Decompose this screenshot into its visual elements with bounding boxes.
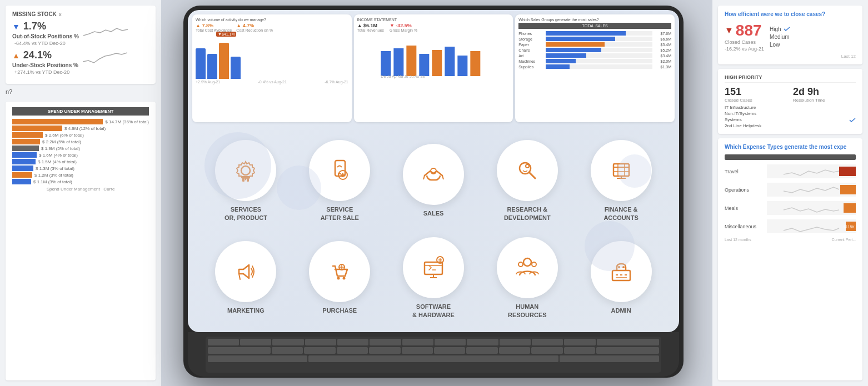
spend-bar-fill bbox=[12, 152, 37, 158]
purchase-circle bbox=[309, 241, 370, 302]
key bbox=[532, 339, 563, 345]
menu-item-software[interactable]: SOFTWARE& HARDWARE bbox=[392, 235, 475, 321]
check-icon-high bbox=[784, 27, 790, 31]
close-icon[interactable]: x bbox=[59, 12, 62, 17]
under-stock-sub: +274.1% vs YTD Dec-20 bbox=[14, 69, 149, 75]
total-revenues-value: ▲ $6.1M bbox=[357, 23, 384, 28]
key bbox=[560, 355, 660, 362]
chart-sales-title: Which Sales Groups generate the most sal… bbox=[518, 18, 671, 22]
efficiency-card: How efficient were we to close cases? ▼ … bbox=[718, 6, 862, 64]
keyboard-keys bbox=[206, 337, 662, 373]
expense-footer-left: Last 12 months bbox=[725, 238, 751, 242]
meals-bar bbox=[844, 203, 856, 213]
hr-label: HUMANRESOURCES bbox=[508, 303, 547, 319]
key bbox=[240, 339, 271, 345]
key bbox=[402, 347, 433, 354]
misc-label: Miscellaneous bbox=[725, 224, 764, 229]
key bbox=[369, 347, 400, 354]
hr-icon bbox=[513, 253, 542, 282]
spend-bar-row: $ 1.5M (4% of total) bbox=[12, 159, 149, 164]
deco-circle-3 bbox=[618, 154, 651, 188]
missing-stock-label: MISSING STOCK bbox=[12, 11, 57, 17]
key bbox=[272, 347, 303, 354]
spend-bar-fill bbox=[12, 159, 36, 164]
sales-row-supplies: Supplies $1.3M bbox=[518, 64, 671, 69]
priority-high: High bbox=[770, 26, 790, 32]
marketing-label: MARKETING bbox=[227, 307, 265, 314]
out-of-stock-value: 1.7% bbox=[23, 21, 46, 32]
key bbox=[466, 347, 497, 354]
services-label: SERVICESOR, PRODUCT bbox=[225, 205, 267, 222]
svg-point-46 bbox=[523, 258, 531, 266]
spend-bar-row: $ 1.2M (3% of total) bbox=[12, 172, 149, 178]
spend-bar-fill bbox=[12, 132, 43, 138]
art-value: $3.4M bbox=[655, 54, 671, 58]
key bbox=[208, 355, 308, 362]
key bbox=[305, 339, 336, 345]
down-arrow-icon: ▼ bbox=[12, 22, 20, 31]
priority-low-label: Low bbox=[770, 42, 780, 48]
spend-bar-label: $ 1.1M (3% of total) bbox=[33, 179, 72, 184]
svg-rect-1 bbox=[393, 48, 403, 76]
operations-label: Operations bbox=[725, 187, 764, 193]
phone-tool-icon bbox=[325, 156, 354, 185]
key bbox=[564, 339, 595, 345]
priority-high-label: High bbox=[770, 26, 781, 32]
spend-bar-label: $ 2.2M (5% of total) bbox=[42, 139, 81, 144]
closed-cases-vs: -16.2% vs Aug-21 bbox=[725, 46, 764, 52]
priority-stats: 151 Closed Cases 2d 9h Resolution Time bbox=[725, 86, 856, 103]
n-label: n? bbox=[6, 88, 156, 95]
travel-bar bbox=[839, 167, 856, 176]
priority-medium: Medium bbox=[770, 34, 790, 40]
spacebar-key[interactable] bbox=[308, 355, 558, 362]
svg-rect-2 bbox=[406, 46, 416, 76]
menu-item-marketing[interactable]: MARKETING bbox=[204, 235, 287, 321]
menu-item-sales[interactable]: SALES bbox=[392, 138, 475, 224]
stat-closed-cases: 151 Closed Cases bbox=[725, 86, 787, 103]
priority-item-systems: Systems bbox=[725, 117, 856, 122]
deco-circle-1 bbox=[204, 132, 271, 199]
menu-item-hr[interactable]: HUMANRESOURCES bbox=[486, 235, 568, 321]
operations-sparkline bbox=[767, 183, 856, 197]
left-panel: MISSING STOCK x ▼ 1.7% Out-of-Stock Posi… bbox=[0, 0, 161, 386]
key bbox=[596, 347, 659, 354]
svg-rect-5 bbox=[445, 47, 455, 76]
research-circle bbox=[497, 140, 558, 201]
research-label: RESEARCH &DEVELOPMENT bbox=[504, 205, 551, 222]
svg-point-23 bbox=[526, 164, 529, 168]
high-priority-title: HIGH PRIORITY bbox=[725, 74, 856, 83]
under-stock-sparkline bbox=[83, 51, 127, 67]
closed-cases-down-icon: ▼ bbox=[725, 26, 734, 36]
expense-footer-right: Current Peri... bbox=[831, 238, 856, 242]
key bbox=[597, 339, 660, 345]
expense-row-misc: Miscellaneous $115K bbox=[725, 219, 856, 233]
key bbox=[272, 339, 303, 345]
spend-bar-row: $ 1.6M (4% of total) bbox=[12, 152, 149, 158]
travel-sparkline bbox=[767, 164, 856, 178]
priority-levels: High Medium Low bbox=[770, 26, 790, 48]
purchase-icon bbox=[325, 257, 354, 286]
missing-stock-title: MISSING STOCK x bbox=[12, 11, 149, 17]
tablet-area: Which volume of activity do we manage? ▲… bbox=[183, 6, 684, 378]
menu-item-purchase[interactable]: PURCHASE bbox=[298, 235, 381, 321]
svg-rect-4 bbox=[432, 50, 442, 76]
expense-total-bar bbox=[725, 154, 856, 160]
metric-cost-avoidance: ▲ 7.8% bbox=[196, 23, 232, 28]
key bbox=[531, 347, 562, 354]
metric-cost-reduction-label: Cost Reduction on % bbox=[236, 28, 273, 32]
misc-bar: $115K bbox=[846, 222, 856, 231]
key-row-2 bbox=[208, 347, 660, 354]
spend-bar-label: $ 1.2M (3% of total) bbox=[34, 173, 73, 178]
art-bar bbox=[546, 53, 586, 58]
chart-income-title: INCOME STATEMENT bbox=[357, 18, 510, 22]
total-sales-header: TOTAL SALES bbox=[518, 23, 671, 29]
expense-footer: Last 12 months Current Peri... bbox=[725, 238, 856, 242]
svg-point-32 bbox=[337, 277, 340, 280]
svg-text:De Ja Ap Ma Ju Ju Au Se: De Ja Ap Ma Ju Ju Au Se bbox=[381, 74, 425, 79]
svg-point-48 bbox=[532, 262, 536, 267]
nonit-label: Non-IT/Systems bbox=[725, 111, 756, 116]
spend-bar-fill bbox=[12, 166, 33, 171]
right-panel: How efficient were we to close cases? ▼ … bbox=[712, 0, 868, 386]
stat-closed-number: 151 bbox=[725, 86, 787, 98]
menu-item-research[interactable]: RESEARCH &DEVELOPMENT bbox=[486, 138, 568, 224]
